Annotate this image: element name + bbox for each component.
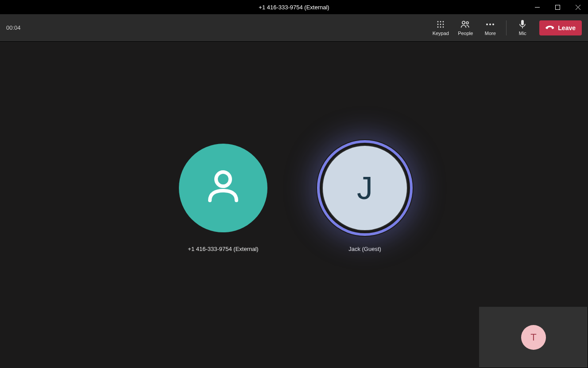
svg-point-20 bbox=[216, 172, 230, 186]
svg-point-9 bbox=[443, 24, 444, 25]
speaking-ring-icon bbox=[317, 140, 413, 236]
call-stage: +1 416-333-9754 (External) J Jack (Guest… bbox=[0, 42, 588, 368]
window-title: +1 416-333-9754 (External) bbox=[0, 4, 588, 11]
hangup-icon bbox=[545, 24, 554, 31]
keypad-button[interactable]: Keypad bbox=[428, 20, 453, 36]
people-button[interactable]: People bbox=[453, 20, 478, 36]
more-button[interactable]: More bbox=[478, 20, 503, 36]
mic-button[interactable]: Mic bbox=[510, 20, 535, 36]
svg-point-11 bbox=[440, 27, 441, 28]
keypad-icon bbox=[437, 20, 445, 29]
close-icon bbox=[576, 5, 580, 10]
svg-point-14 bbox=[466, 22, 468, 24]
title-bar: +1 416-333-9754 (External) bbox=[0, 0, 588, 14]
avatar: J bbox=[316, 139, 414, 237]
svg-point-8 bbox=[440, 24, 441, 25]
window-close-button[interactable] bbox=[568, 0, 588, 14]
people-icon bbox=[460, 20, 470, 29]
self-avatar-initial: T bbox=[530, 332, 536, 343]
svg-rect-18 bbox=[521, 20, 524, 25]
people-label: People bbox=[458, 31, 473, 36]
svg-point-17 bbox=[492, 23, 494, 25]
participant-tile[interactable]: +1 416-333-9754 (External) bbox=[166, 139, 281, 252]
call-timer: 00:04 bbox=[6, 24, 21, 31]
svg-point-10 bbox=[437, 27, 439, 28]
window-maximize-button[interactable] bbox=[547, 0, 568, 14]
minimize-icon bbox=[535, 5, 540, 10]
leave-button[interactable]: Leave bbox=[539, 20, 582, 35]
avatar bbox=[174, 139, 272, 237]
mic-icon bbox=[519, 20, 526, 29]
participant-grid: +1 416-333-9754 (External) J Jack (Guest… bbox=[166, 139, 422, 252]
more-icon bbox=[486, 20, 495, 29]
call-toolbar: 00:04 Keypad bbox=[0, 14, 588, 42]
svg-point-13 bbox=[462, 21, 465, 24]
svg-point-4 bbox=[437, 21, 439, 23]
svg-point-7 bbox=[437, 24, 439, 25]
svg-point-15 bbox=[486, 23, 488, 25]
keypad-label: Keypad bbox=[433, 31, 449, 36]
leave-label: Leave bbox=[558, 24, 576, 31]
more-label: More bbox=[485, 31, 496, 36]
participant-tile[interactable]: J Jack (Guest) bbox=[307, 139, 422, 252]
mic-label: Mic bbox=[519, 31, 526, 36]
participant-name: +1 416-333-9754 (External) bbox=[188, 246, 258, 252]
svg-point-12 bbox=[443, 27, 444, 28]
svg-point-6 bbox=[443, 21, 444, 23]
participant-name: Jack (Guest) bbox=[348, 246, 381, 252]
window-minimize-button[interactable] bbox=[527, 0, 547, 14]
self-view[interactable]: T bbox=[479, 307, 588, 368]
self-avatar: T bbox=[521, 325, 546, 350]
generic-avatar-icon bbox=[179, 144, 267, 232]
svg-point-16 bbox=[489, 23, 491, 25]
svg-rect-1 bbox=[555, 5, 560, 9]
svg-point-5 bbox=[440, 21, 441, 23]
window-controls bbox=[527, 0, 588, 14]
toolbar-divider bbox=[506, 20, 507, 35]
maximize-icon bbox=[555, 5, 560, 10]
toolbar-actions: Keypad People More bbox=[428, 14, 582, 41]
